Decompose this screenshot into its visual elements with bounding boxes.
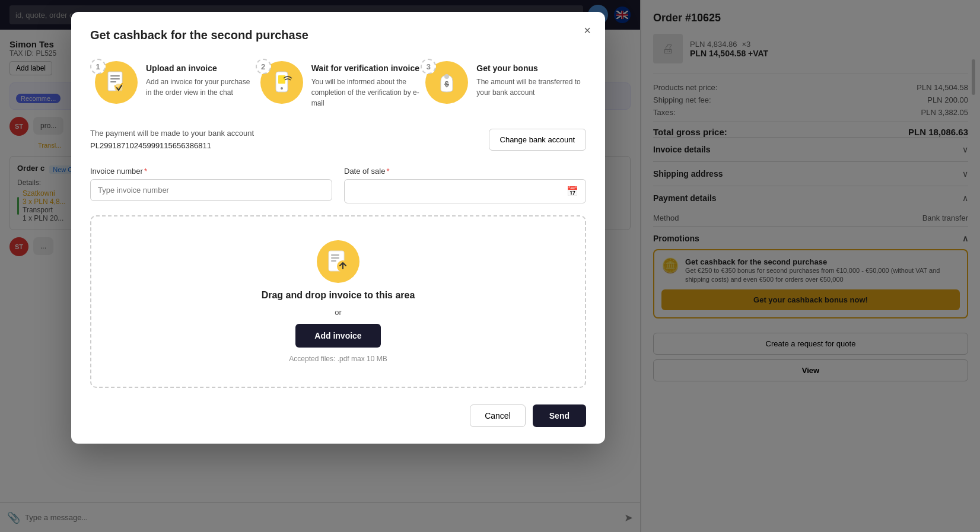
drop-zone-text: Drag and drop invoice to this area (262, 290, 415, 301)
svg-point-8 (281, 87, 283, 90)
drop-icon (317, 240, 359, 283)
modal-title: Get cashback for the second purchase (90, 28, 586, 42)
step-2-number: 2 (256, 59, 271, 74)
calendar-icon: 📅 (567, 186, 578, 197)
step-2-text: Wait for verification invoice You will b… (311, 59, 421, 109)
step-3: 3 $ Get your bonus The amount will be tr… (421, 59, 586, 106)
step-1: 1 Upload an invoice (90, 59, 256, 106)
step-1-title: Upload an invoice (146, 63, 256, 73)
svg-rect-4 (110, 81, 116, 82)
cancel-button[interactable]: Cancel (470, 404, 526, 427)
change-bank-button[interactable]: Change bank account (489, 129, 586, 151)
step-2-desc: You will be informed about the completio… (311, 77, 421, 109)
upload-invoice-icon (325, 249, 351, 275)
svg-rect-14 (331, 257, 339, 259)
svg-point-9 (444, 74, 449, 79)
step-3-text: Get your bonus The amount will be transf… (476, 59, 586, 98)
step-1-text: Upload an invoice Add an invoice for you… (146, 59, 256, 98)
step-1-icon-wrap: 1 (90, 59, 138, 106)
step-1-desc: Add an invoice for your purchase in the … (146, 77, 256, 98)
modal-overlay: Get cashback for the second purchase × 1 (0, 0, 980, 532)
add-invoice-button[interactable]: Add invoice (295, 324, 380, 348)
modal-dialog: Get cashback for the second purchase × 1 (71, 12, 605, 444)
invoice-number-input[interactable] (90, 179, 332, 201)
file-drop-zone[interactable]: Drag and drop invoice to this area or Ad… (90, 215, 586, 388)
step-2-icon-wrap: 2 (256, 59, 303, 106)
svg-rect-13 (331, 254, 339, 256)
svg-rect-3 (110, 78, 120, 79)
phone-verify-icon (270, 71, 294, 94)
bank-info-text: The payment will be made to your bank ac… (90, 128, 254, 152)
form-row: Invoice number* Date of sale* 📅 (90, 167, 586, 203)
step-3-title: Get your bonus (476, 63, 586, 73)
step-3-icon-wrap: 3 $ (421, 59, 468, 106)
svg-rect-2 (110, 75, 120, 77)
invoice-number-label: Invoice number* (90, 167, 332, 176)
modal-footer: Cancel Send (90, 404, 586, 427)
steps-row: 1 Upload an invoice (90, 59, 586, 109)
svg-rect-7 (278, 75, 285, 84)
svg-rect-15 (331, 260, 336, 262)
date-of-sale-group: Date of sale* 📅 (344, 167, 586, 203)
or-text: or (335, 308, 342, 317)
step-1-number: 1 (90, 59, 106, 74)
invoice-icon (106, 71, 127, 94)
invoice-number-group: Invoice number* (90, 167, 332, 203)
modal-close-button[interactable]: × (584, 24, 591, 37)
date-of-sale-label: Date of sale* (344, 167, 586, 176)
bank-info-row: The payment will be made to your bank ac… (90, 128, 586, 152)
date-of-sale-input[interactable]: 📅 (344, 179, 586, 203)
bonus-bag-icon: $ (435, 71, 459, 94)
step-2-title: Wait for verification invoice (311, 63, 421, 73)
send-button[interactable]: Send (533, 404, 586, 427)
required-star-1: * (144, 167, 147, 176)
accepted-files-text: Accepted files: .pdf max 10 MB (289, 355, 387, 363)
required-star-2: * (386, 167, 389, 176)
step-3-desc: The amount will be transferred to your b… (476, 77, 586, 98)
step-2: 2 Wait for verification invoice You wil (256, 59, 421, 109)
